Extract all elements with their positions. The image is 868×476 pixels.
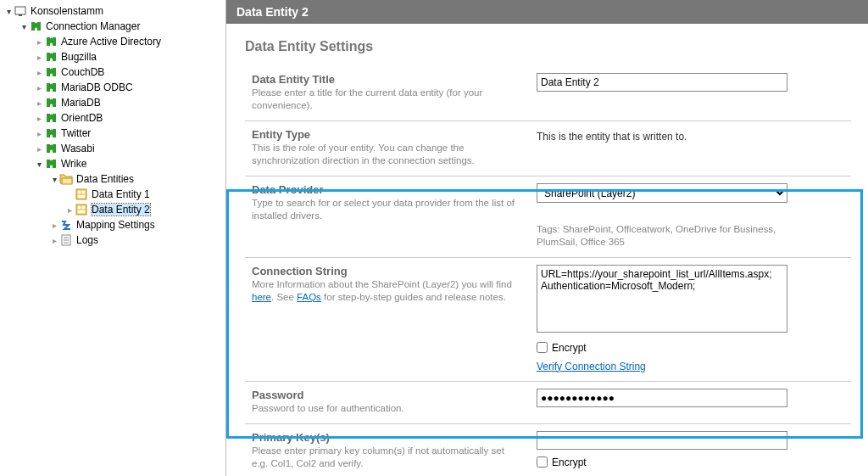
svg-rect-8: [78, 206, 81, 209]
content-panel: Data Entity 2 Data Entity Settings Data …: [225, 0, 868, 476]
svg-rect-10: [78, 210, 85, 213]
row-password: Password Password to use for authenticat…: [245, 381, 851, 423]
tree-item-label: CouchDB: [61, 66, 104, 78]
field-conn-label: Connection String: [252, 265, 520, 277]
tree-item-label: Wasabi: [61, 143, 95, 154]
chevron-down-icon: ▾: [19, 21, 29, 31]
chevron-icon: ▸: [64, 204, 75, 215]
encrypt-pk-checkbox[interactable]: [537, 456, 548, 468]
tree-de1-label: Data Entity 1: [92, 188, 150, 200]
row-primary-key: Primary Key(s) Please enter primary key …: [245, 423, 851, 476]
tree-item-wrike[interactable]: ▾ Wrike: [34, 156, 225, 171]
tree-item-azure-active-directory[interactable]: ▸ Azure Active Directory: [34, 34, 225, 49]
console-icon: [14, 4, 27, 18]
provider-tags: Tags: SharePoint, Officeatwork, OneDrive…: [537, 223, 832, 249]
puzzle-green-icon: [44, 35, 58, 48]
chevron-icon: ▸: [49, 235, 59, 245]
svg-rect-9: [82, 206, 85, 209]
field-provider-desc: Type to search for or select your data p…: [252, 197, 520, 222]
tree-cm-label: Connection Manager: [46, 20, 140, 32]
tree-de-label: Data Entities: [76, 173, 134, 185]
puzzle-green-icon: [44, 81, 58, 94]
svg-rect-3: [76, 189, 86, 199]
tree-logs[interactable]: ▸ Logs: [49, 232, 225, 248]
chevron-down-icon: ▾: [49, 174, 59, 184]
chevron-down-icon: ▾: [3, 6, 14, 16]
tree-item-couchdb[interactable]: ▸ CouchDB: [34, 64, 225, 80]
svg-rect-5: [82, 191, 85, 193]
tree-item-orientdb[interactable]: ▸ OrientDB: [34, 110, 225, 126]
chevron-icon: ▸: [34, 143, 44, 154]
puzzle-green-icon: [44, 126, 58, 140]
row-title: Data Entity Title Please enter a title f…: [245, 66, 851, 120]
tree-item-label: OrientDB: [61, 112, 103, 124]
tree-panel: ▾ Konsolenstamm ▾ Connection Manager ▸ A…: [0, 0, 225, 476]
faqs-link[interactable]: FAQs: [297, 292, 321, 302]
mapping-icon: [59, 218, 73, 232]
chevron-icon: ▸: [34, 98, 44, 108]
tree-data-entity-2[interactable]: ▸ Data Entity 2: [64, 202, 225, 217]
chevron-icon: ▸: [34, 128, 44, 138]
encrypt-pk-label: Encrypt: [552, 456, 587, 468]
tree-logs-label: Logs: [76, 234, 98, 246]
logs-icon: [59, 233, 73, 247]
verify-conn-link[interactable]: Verify Connection String: [537, 361, 646, 372]
tree-root[interactable]: ▾ Konsolenstamm: [3, 3, 225, 19]
tree-mapping-settings[interactable]: ▸ Mapping Settings: [49, 217, 225, 232]
tree-item-label: Wrike: [61, 158, 86, 170]
svg-rect-7: [76, 204, 86, 215]
section-title: Data Entity Settings: [226, 39, 851, 54]
puzzle-green-icon: [44, 96, 58, 109]
field-type-label: Entity Type: [252, 128, 520, 141]
puzzle-green-icon: [29, 20, 42, 33]
chevron-icon: ▸: [49, 220, 59, 230]
provider-select[interactable]: SharePoint (Layer2): [537, 183, 787, 203]
tree-item-wasabi[interactable]: ▸ Wasabi: [34, 141, 225, 156]
puzzle-green-icon: [44, 111, 58, 125]
encrypt-conn-label: Encrypt: [552, 342, 587, 354]
field-pk-desc: Please enter primary key column(s) if no…: [252, 445, 520, 470]
tree-data-entities[interactable]: ▾ Data Entities: [49, 171, 225, 187]
tree-item-label: MariaDB ODBC: [61, 81, 133, 93]
chevron-icon: ▾: [34, 159, 44, 169]
tree-item-label: Twitter: [61, 127, 91, 139]
tree-item-label: Azure Active Directory: [61, 36, 161, 48]
chevron-icon: ▸: [34, 36, 44, 47]
chevron-icon: ▸: [34, 67, 44, 77]
encrypt-conn-checkbox[interactable]: [537, 342, 548, 353]
password-input[interactable]: [537, 389, 787, 407]
field-type-desc: This is the role of your entity. You can…: [252, 142, 520, 167]
chevron-icon: ▸: [34, 82, 44, 92]
data-entity-icon: [75, 188, 88, 201]
puzzle-green-icon: [44, 157, 58, 171]
field-pass-desc: Password to use for authentication.: [252, 402, 520, 415]
svg-rect-6: [78, 195, 85, 198]
tree-item-bugzilla[interactable]: ▸ Bugzilla: [34, 49, 225, 64]
svg-rect-0: [15, 7, 25, 14]
puzzle-green-icon: [44, 142, 58, 155]
field-conn-desc: More Information about the SharePoint (L…: [252, 278, 520, 304]
puzzle-green-icon: [44, 50, 58, 64]
chevron-icon: ▸: [34, 52, 44, 62]
here-link[interactable]: here: [252, 292, 271, 302]
row-connection-string: Connection String More Information about…: [245, 257, 851, 381]
tree-data-entity-1[interactable]: ▸ Data Entity 1: [64, 187, 225, 202]
entity-title-input[interactable]: [537, 73, 787, 92]
tree-item-mariadb-odbc[interactable]: ▸ MariaDB ODBC: [34, 80, 225, 95]
tree-item-twitter[interactable]: ▸ Twitter: [34, 126, 225, 141]
tree-item-label: Bugzilla: [61, 51, 97, 63]
field-pk-label: Primary Key(s): [252, 431, 520, 444]
connection-string-input[interactable]: URL=https://your_sharepoint_list_url/All…: [537, 265, 787, 333]
primary-key-input[interactable]: [537, 431, 787, 450]
tree-connection-manager[interactable]: ▾ Connection Manager: [19, 19, 225, 34]
entity-type-value: This is the entity that is written to.: [537, 128, 832, 143]
field-pass-label: Password: [252, 389, 520, 401]
row-entity-type: Entity Type This is the role of your ent…: [245, 120, 851, 176]
tree-item-mariadb[interactable]: ▸ MariaDB: [34, 95, 225, 110]
content-title: Data Entity 2: [236, 5, 309, 19]
title-bar: Data Entity 2: [226, 0, 868, 24]
field-title-desc: Please enter a title for the current dat…: [252, 87, 520, 112]
svg-rect-2: [62, 178, 72, 184]
tree-mapping-label: Mapping Settings: [76, 219, 155, 231]
svg-rect-1: [19, 14, 22, 16]
